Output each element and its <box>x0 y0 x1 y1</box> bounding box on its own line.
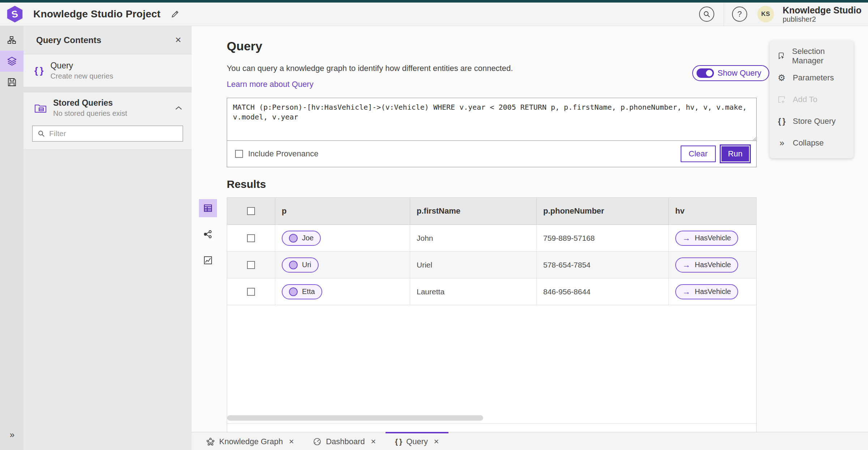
main-content: Query You can query a knowledge graph to… <box>192 26 868 432</box>
tab-label: Knowledge Graph <box>219 437 283 446</box>
dashboard-gauge-icon <box>313 437 322 446</box>
stored-queries-header[interactable]: Stored Queries No stored queries exist <box>24 92 192 123</box>
row-checkbox[interactable] <box>247 261 255 269</box>
search-icon <box>38 130 45 137</box>
close-tab-icon[interactable]: ✕ <box>371 438 376 446</box>
results-view-toolbar <box>199 199 217 269</box>
close-tab-icon[interactable]: ✕ <box>289 438 294 446</box>
chart-view-button[interactable] <box>199 251 217 269</box>
include-provenance-checkbox[interactable] <box>235 150 243 158</box>
sidebar-item-hierarchy[interactable] <box>0 30 24 51</box>
left-icon-rail: » <box>0 26 24 450</box>
gear-icon: ⚙ <box>777 73 786 83</box>
row-checkbox[interactable] <box>247 288 255 296</box>
user-name: Knowledge Studio <box>783 5 861 15</box>
knowledge-graph-icon <box>206 437 215 446</box>
hexagon-logo-icon: S <box>7 6 23 22</box>
cell-phone-number: 846-956-8644 <box>537 278 669 305</box>
braces-icon: { } <box>395 437 402 446</box>
tab-query[interactable]: { } Query ✕ <box>386 432 448 450</box>
edit-title-button[interactable] <box>171 10 179 18</box>
table-icon <box>203 203 213 213</box>
header-divider <box>724 3 724 26</box>
search-button[interactable] <box>699 7 714 22</box>
scrollbar-thumb[interactable] <box>227 415 483 421</box>
tab-dashboard[interactable]: Dashboard ✕ <box>303 432 386 450</box>
user-role: publisher2 <box>783 15 861 23</box>
stored-queries-folder-icon <box>34 102 47 113</box>
sidebar-item-save[interactable] <box>0 72 24 93</box>
arrow-right-icon: → <box>682 287 690 297</box>
arrow-right-icon: → <box>682 234 690 243</box>
select-all-checkbox[interactable] <box>247 207 255 215</box>
column-header-firstname[interactable]: p.firstName <box>410 198 537 224</box>
column-header-phonenumber[interactable]: p.phoneNumber <box>537 198 669 224</box>
store-query-button[interactable]: { } Store Query <box>770 110 854 132</box>
braces-icon: { } <box>777 117 786 126</box>
show-query-label: Show Query <box>718 68 761 78</box>
column-header-p[interactable]: p <box>275 198 410 224</box>
collapse-panel-button[interactable]: » Collapse <box>770 132 854 154</box>
person-node-chip[interactable]: Etta <box>282 284 322 299</box>
collapse-label: Collapse <box>793 138 824 148</box>
toggle-knob <box>706 70 712 76</box>
cell-first-name: Lauretta <box>410 278 537 305</box>
relationship-chip-label: HasVehicle <box>695 287 731 296</box>
close-tab-icon[interactable]: ✕ <box>434 438 439 446</box>
results-title: Results <box>227 178 266 190</box>
selection-manager-icon <box>777 52 786 60</box>
panel-header: Query Contents ✕ <box>24 26 192 54</box>
learn-more-link[interactable]: Learn more about Query <box>227 80 314 89</box>
query-contents-panel: Query Contents ✕ { } Query Create new qu… <box>24 26 192 450</box>
node-dot-icon <box>289 287 298 296</box>
user-avatar[interactable]: KS <box>757 6 774 22</box>
section-gap <box>24 87 192 92</box>
show-query-toggle[interactable]: Show Query <box>692 65 769 81</box>
table-header-row: p p.firstName p.phoneNumber hv <box>227 198 756 225</box>
person-node-chip[interactable]: Uri <box>282 257 319 273</box>
app-logo[interactable]: S <box>7 6 23 22</box>
node-chip-label: Etta <box>302 287 315 296</box>
filter-input[interactable] <box>49 129 178 138</box>
query-textarea[interactable]: MATCH (p:Person)-[hv:HasVehicle]->(v:Veh… <box>227 98 756 141</box>
row-checkbox[interactable] <box>247 234 255 242</box>
run-button[interactable]: Run <box>721 146 750 162</box>
column-header-hv[interactable]: hv <box>669 198 756 224</box>
user-info: Knowledge Studio publisher2 <box>783 5 861 23</box>
person-node-chip[interactable]: Joe <box>282 231 321 246</box>
results-table: p p.firstName p.phoneNumber hv Joe John … <box>227 197 757 446</box>
add-to-button: Add To <box>770 89 854 110</box>
table-row: Joe John 759-889-57168 → HasVehicle <box>227 225 756 252</box>
graph-view-button[interactable] <box>199 225 217 243</box>
expand-rail-button[interactable]: » <box>0 430 24 440</box>
node-chip-label: Joe <box>302 234 314 242</box>
toggle-switch[interactable] <box>697 68 714 78</box>
table-view-button[interactable] <box>199 199 217 217</box>
tab-label: Dashboard <box>326 437 365 446</box>
cell-phone-number: 759-889-57168 <box>537 225 669 251</box>
query-item[interactable]: { } Query Create new queries <box>24 54 192 87</box>
parameters-button[interactable]: ⚙ Parameters <box>770 67 854 89</box>
tools-panel: Selection Manager ⚙ Parameters Add To { … <box>770 41 854 158</box>
save-icon <box>7 77 17 87</box>
close-panel-button[interactable]: ✕ <box>175 35 182 45</box>
query-item-subtitle: Create new queries <box>50 72 113 80</box>
relationship-chip[interactable]: → HasVehicle <box>675 257 738 273</box>
relationship-chip-label: HasVehicle <box>695 234 731 242</box>
chart-icon <box>203 256 213 265</box>
store-query-label: Store Query <box>793 117 836 126</box>
node-dot-icon <box>289 234 298 243</box>
table-row: Etta Lauretta 846-956-8644 → HasVehicle <box>227 278 756 305</box>
tab-knowledge-graph[interactable]: Knowledge Graph ✕ <box>197 432 303 450</box>
relationship-chip[interactable]: → HasVehicle <box>675 284 738 299</box>
filter-area <box>24 123 192 150</box>
collapse-section-button[interactable] <box>175 106 182 110</box>
filter-field[interactable] <box>32 126 183 142</box>
app-header: S Knowledge Studio Project ? KS Knowledg… <box>0 3 868 26</box>
pencil-icon <box>171 10 179 18</box>
sidebar-item-layers[interactable] <box>0 51 24 72</box>
clear-button[interactable]: Clear <box>681 146 716 162</box>
help-button[interactable]: ? <box>732 7 747 22</box>
selection-manager-button[interactable]: Selection Manager <box>770 45 854 67</box>
relationship-chip[interactable]: → HasVehicle <box>675 231 738 246</box>
